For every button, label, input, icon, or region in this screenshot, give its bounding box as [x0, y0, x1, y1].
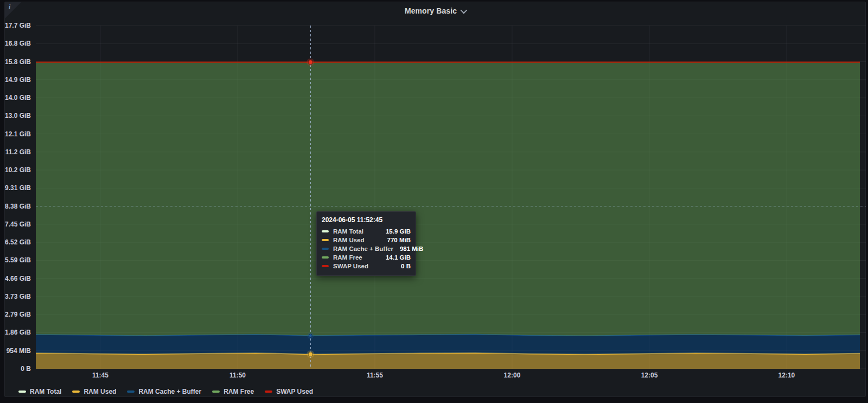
y-axis-label: 5.59 GiB: [0, 256, 31, 264]
legend-item[interactable]: RAM Free: [212, 388, 254, 395]
tooltip-timestamp: 2024-06-05 11:52:45: [322, 216, 411, 224]
legend-label[interactable]: RAM Total: [30, 388, 61, 395]
tooltip-series-value: 770 MiB: [387, 237, 411, 243]
series-color-swatch: [322, 265, 329, 267]
legend-label[interactable]: RAM Used: [84, 388, 116, 395]
tooltip-series-label: RAM Used: [333, 237, 381, 243]
y-axis-label: 0 B: [0, 365, 31, 373]
y-axis-label: 954 MiB: [0, 347, 31, 355]
y-axis-label: 3.73 GiB: [0, 293, 31, 300]
legend-color-swatch: [127, 391, 135, 393]
legend-color-swatch: [72, 391, 80, 393]
hover-point: [309, 334, 312, 337]
dashboard-stage: i Memory Basic 0 B954 MiB1.86 GiB2.79 Gi…: [0, 0, 868, 403]
hover-point: [308, 60, 312, 65]
legend-label[interactable]: RAM Cache + Buffer: [138, 388, 201, 395]
area-ram-cache-buffer: [36, 335, 860, 355]
tooltip-row: SWAP Used0 B: [322, 262, 411, 270]
series-color-swatch: [322, 248, 329, 250]
tooltip-row: RAM Used770 MiB: [322, 236, 411, 244]
y-axis-label: 17.7 GiB: [0, 22, 31, 29]
legend-item[interactable]: RAM Total: [18, 388, 61, 395]
y-axis-label: 1.86 GiB: [0, 329, 31, 336]
series-color-swatch: [322, 230, 329, 232]
chart-tooltip: 2024-06-05 11:52:45 RAM Total15.9 GiBRAM…: [316, 211, 416, 276]
y-axis-label: 13.0 GiB: [0, 112, 31, 119]
legend-item[interactable]: SWAP Used: [265, 388, 313, 395]
y-axis-label: 14.0 GiB: [0, 94, 31, 102]
legend-item[interactable]: RAM Cache + Buffer: [127, 388, 201, 395]
area-ram-free: [36, 62, 860, 336]
chart-legend: RAM TotalRAM UsedRAM Cache + BufferRAM F…: [18, 388, 313, 395]
tooltip-row: RAM Total15.9 GiB: [322, 227, 411, 236]
legend-label[interactable]: SWAP Used: [276, 388, 313, 395]
x-axis-label: 12:10: [765, 371, 808, 379]
series-color-swatch: [322, 239, 329, 241]
y-axis-label: 11.2 GiB: [0, 148, 31, 156]
legend-label[interactable]: RAM Free: [224, 388, 254, 395]
hover-point: [308, 352, 312, 356]
panel-title[interactable]: Memory Basic: [405, 7, 457, 15]
y-axis-label: 16.8 GiB: [0, 40, 31, 47]
panel-header[interactable]: Memory Basic: [5, 2, 865, 20]
y-axis-label: 2.79 GiB: [0, 311, 31, 318]
y-axis-label: 6.52 GiB: [0, 238, 31, 246]
tooltip-series-label: RAM Free: [333, 254, 379, 261]
chart-plot-area[interactable]: [36, 22, 866, 373]
tooltip-row: RAM Free14.1 GiB: [322, 253, 411, 262]
tooltip-series-value: 0 B: [401, 263, 411, 269]
tooltip-series-value: 15.9 GiB: [386, 228, 411, 235]
tooltip-series-label: SWAP Used: [333, 263, 394, 269]
x-axis-label: 11:50: [216, 371, 259, 379]
x-axis-label: 12:05: [628, 371, 671, 379]
legend-color-swatch: [212, 391, 220, 393]
tooltip-row: RAM Cache + Buffer981 MiB: [322, 244, 411, 253]
x-axis-label: 12:00: [490, 371, 534, 379]
tooltip-series-value: 981 MiB: [400, 245, 423, 252]
area-ram-used: [36, 353, 860, 369]
series-color-swatch: [322, 256, 329, 259]
y-axis-label: 10.2 GiB: [0, 166, 31, 174]
y-axis-label: 4.66 GiB: [0, 275, 31, 282]
x-axis-label: 11:55: [353, 371, 397, 379]
y-axis-label: 15.8 GiB: [0, 58, 31, 66]
x-axis-label: 11:45: [79, 371, 122, 379]
y-axis-label: 12.1 GiB: [0, 130, 31, 138]
y-axis-label: 9.31 GiB: [0, 184, 31, 192]
y-axis-label: 14.9 GiB: [0, 76, 31, 84]
chevron-down-icon[interactable]: [461, 7, 468, 14]
legend-color-swatch: [265, 391, 272, 393]
tooltip-series-value: 14.1 GiB: [386, 254, 411, 261]
legend-item[interactable]: RAM Used: [72, 388, 116, 395]
legend-color-swatch: [18, 391, 26, 393]
tooltip-series-label: RAM Cache + Buffer: [333, 245, 393, 252]
y-axis-label: 8.38 GiB: [0, 203, 31, 210]
y-axis-label: 7.45 GiB: [0, 221, 31, 228]
tooltip-series-label: RAM Total: [333, 228, 379, 235]
